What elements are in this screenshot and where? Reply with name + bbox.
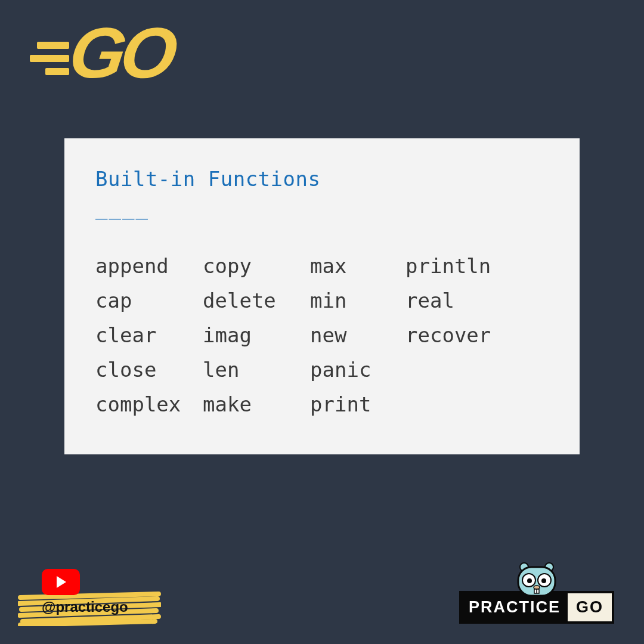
fn-cell: cap [95,289,203,312]
fn-cell: clear [95,323,203,347]
fn-cell: real [405,289,549,312]
go-logo: GO [30,17,172,88]
fn-cell: panic [310,358,405,382]
fn-cell [405,392,549,416]
fn-cell: imag [203,323,310,347]
social-handle: @practicego [42,599,128,615]
gopher-icon [513,561,560,597]
brand-practice-word: PRACTICE [462,593,568,621]
go-logo-speed-lines [30,42,69,75]
fn-cell: make [203,392,310,416]
svg-point-5 [527,578,532,583]
fn-cell: new [310,323,405,347]
fn-cell: recover [405,323,549,347]
go-logo-text: GO [66,17,178,88]
svg-point-7 [534,586,540,589]
fn-cell: close [95,358,203,382]
fn-cell: print [310,392,405,416]
fn-cell: complex [95,392,203,416]
footer-youtube-handle: @practicego [18,569,173,626]
fn-cell: copy [203,254,310,278]
brand-go-word: GO [568,593,612,621]
practicego-brand: PRACTICE GO [459,561,614,624]
scribble-highlight: @practicego [18,590,161,626]
functions-grid: append copy max println cap delete min r… [95,254,549,416]
fn-cell: append [95,254,203,278]
builtin-functions-card: Built-in Functions ____ append copy max … [64,138,580,454]
fn-cell: max [310,254,405,278]
fn-cell: len [203,358,310,382]
card-title: Built-in Functions [95,167,549,191]
card-underline: ____ [95,196,549,219]
fn-cell: println [405,254,549,278]
fn-cell: min [310,289,405,312]
svg-point-6 [541,578,546,583]
fn-cell: delete [203,289,310,312]
youtube-icon [42,569,80,595]
fn-cell [405,358,549,382]
